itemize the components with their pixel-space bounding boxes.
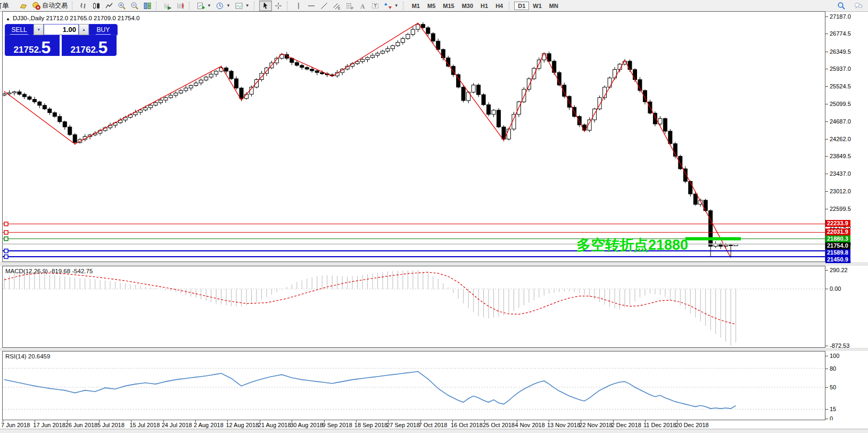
indicators-button[interactable]: ▼ — [194, 1, 213, 11]
axis-tick-label: 24687.0 — [830, 118, 851, 125]
axis-tick — [825, 419, 828, 419]
timeframe-m5-button[interactable]: M5 — [424, 2, 439, 10]
chat-button[interactable] — [852, 1, 865, 11]
text-label-button[interactable]: T — [369, 1, 382, 11]
axis-tick-label: 27187.0 — [830, 13, 851, 20]
date-label: 12 Aug 2018 — [226, 422, 259, 428]
templates-button[interactable]: ▼ — [233, 1, 252, 11]
axis-tick — [825, 356, 828, 356]
date-label: 27 Sep 2018 — [386, 422, 419, 428]
axis-tick — [825, 86, 828, 87]
horizontal-line-22031.9[interactable] — [3, 231, 825, 234]
volume-increase-button[interactable]: ▲ — [79, 24, 89, 35]
timeframe-m1-button[interactable]: M1 — [408, 2, 424, 10]
crosshair-button[interactable] — [272, 1, 285, 11]
candlestick-chart-button[interactable] — [90, 1, 103, 11]
candlestick-chart-icon — [92, 2, 101, 10]
volume-input[interactable] — [44, 24, 79, 35]
metaeditor-button[interactable] — [17, 1, 30, 11]
date-label: 15 Jul 2018 — [129, 422, 160, 428]
axis-tick — [825, 156, 828, 157]
axis-tick — [825, 17, 828, 17]
periods-button[interactable]: ▼ — [213, 1, 233, 11]
volume-decrease-button[interactable]: ▼ — [34, 24, 44, 35]
bar-chart-icon — [79, 2, 88, 10]
horizontal-line-21450.9[interactable] — [3, 255, 825, 259]
axis-tick — [825, 104, 828, 104]
timeframe-m30-button[interactable]: M30 — [458, 2, 477, 10]
arrows-button[interactable]: ▼ — [382, 1, 401, 11]
axis-tick — [825, 209, 828, 209]
horizontal-line-21589.8[interactable] — [3, 249, 825, 253]
vertical-line-button[interactable] — [292, 1, 305, 11]
auto-scroll-button[interactable] — [161, 1, 174, 11]
trendline-icon — [320, 2, 328, 10]
rsi-indicator — [3, 352, 825, 420]
date-label: 26 Jun 2018 — [65, 422, 98, 428]
date-label: 18 Sep 2018 — [354, 422, 387, 428]
horizontal-line-22233.9[interactable] — [3, 222, 825, 226]
timeframe-mn-button[interactable]: MN — [545, 2, 562, 10]
equidistant-channel-button[interactable]: E — [330, 1, 343, 11]
buy-button[interactable]: BUY — [89, 24, 118, 35]
axis-tick-label: 22599.5 — [830, 206, 851, 212]
chevron-down-icon[interactable]: ▼ — [207, 3, 211, 8]
chart-title: ▲DJ30-,Daily 21712.0 21765.0 21709.0 217… — [6, 15, 139, 21]
date-label: 4 Nov 2018 — [515, 422, 545, 428]
chevron-down-icon[interactable]: ▼ — [245, 3, 250, 8]
date-label: 24 Jul 2018 — [162, 422, 192, 428]
chart-shift-icon — [176, 2, 185, 10]
line-handle[interactable] — [4, 237, 8, 241]
timeframe-d1-button[interactable]: D1 — [514, 2, 529, 10]
toolbar-separator — [189, 2, 193, 10]
date-label: 22 Nov 2018 — [579, 422, 612, 428]
timeframe-h1-button[interactable]: H1 — [477, 2, 492, 10]
pivot-annotation-text[interactable]: 多空转折点21880 — [576, 235, 688, 255]
line-chart-button[interactable] — [103, 1, 115, 11]
zoom-out-button[interactable] — [128, 1, 141, 11]
toolbar-separator — [254, 2, 258, 10]
tile-windows-button[interactable] — [141, 1, 154, 11]
sell-price-display[interactable]: 21752.5 — [5, 35, 60, 56]
collapse-icon[interactable]: ▲ — [6, 17, 10, 21]
trendline-button[interactable] — [318, 1, 330, 11]
price-line-label: 21880.3 — [825, 235, 850, 242]
new-order-button[interactable]: 订单 — [0, 1, 17, 11]
autotrading-button[interactable]: 自动交易 — [30, 1, 70, 11]
timeframe-h4-button[interactable]: H4 — [492, 2, 507, 10]
date-label: 9 Sep 2018 — [323, 422, 352, 428]
pane-divider[interactable] — [0, 262, 868, 266]
horizontal-line-button[interactable] — [305, 1, 318, 11]
line-handle[interactable] — [4, 249, 8, 253]
chart-shift-button[interactable] — [174, 1, 187, 11]
pivot-trend-segment[interactable] — [685, 237, 741, 240]
chevron-down-icon[interactable]: ▼ — [394, 3, 399, 8]
timeframe-m15-button[interactable]: M15 — [439, 2, 458, 10]
templates-icon — [235, 2, 243, 10]
toolbar-separator — [156, 2, 160, 10]
bar-chart-button[interactable] — [77, 1, 90, 11]
search-button[interactable] — [835, 1, 848, 11]
macd-pane: MACD(12,26,9) -819.68 -542.75 — [2, 266, 825, 348]
buy-price-display[interactable]: 21762.5 — [62, 35, 117, 56]
date-label: 2 Dec 2018 — [611, 422, 641, 428]
axis-tick-label: 25524.5 — [830, 83, 851, 89]
axis-tick — [825, 34, 828, 34]
svg-text:A: A — [360, 2, 365, 10]
cursor-button[interactable] — [259, 1, 272, 11]
zoom-in-button[interactable] — [115, 1, 128, 11]
axis-tick-label: 24262.0 — [830, 136, 851, 142]
sell-button[interactable]: SELL — [5, 24, 34, 35]
line-handle[interactable] — [4, 255, 8, 259]
line-handle[interactable] — [4, 231, 8, 234]
periods-icon — [216, 2, 224, 10]
text-button[interactable]: A — [356, 1, 369, 11]
chevron-down-icon[interactable]: ▼ — [226, 3, 230, 8]
axis-tick-label: 26349.5 — [830, 48, 851, 55]
cursor-icon — [261, 2, 270, 10]
fibonacci-button[interactable]: F — [343, 1, 356, 11]
new-order-icon — [19, 2, 28, 10]
line-handle[interactable] — [4, 222, 8, 226]
timeframe-w1-button[interactable]: W1 — [529, 2, 545, 10]
macd-signal-line — [4, 272, 736, 324]
